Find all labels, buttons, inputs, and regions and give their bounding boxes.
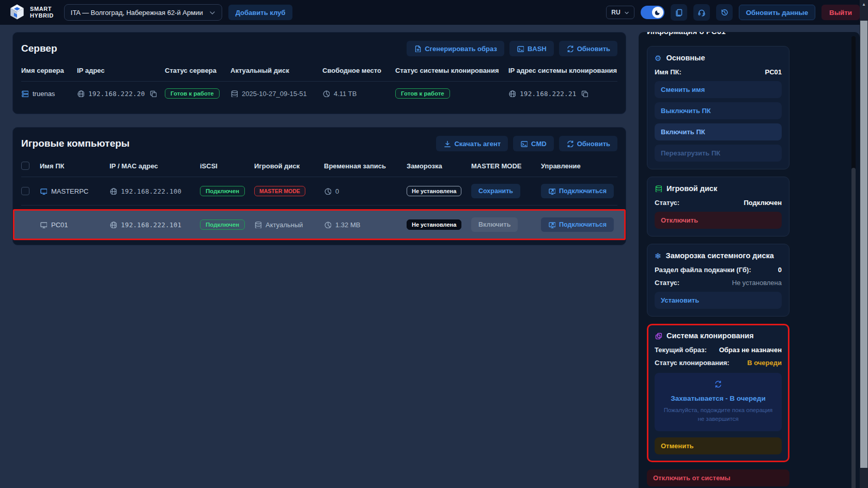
gear-icon: ⚙ bbox=[655, 54, 661, 62]
server-icon bbox=[21, 90, 28, 97]
disconnect-system-button[interactable]: Отключить от системы bbox=[647, 469, 789, 486]
status-label: Статус: bbox=[655, 279, 679, 287]
table-row-pc01-selected[interactable]: PC01 192.168.222.101 Подключен bbox=[13, 209, 626, 240]
dark-mode-toggle[interactable] bbox=[641, 6, 664, 19]
cloning-status-value: В очереди bbox=[747, 359, 782, 367]
copy-icon bbox=[581, 90, 588, 97]
generate-image-button[interactable]: Сгенерировать образ bbox=[407, 41, 504, 56]
download-icon bbox=[443, 140, 451, 147]
row-checkbox[interactable] bbox=[21, 187, 29, 195]
sidebar-scrollbar-thumb[interactable] bbox=[851, 168, 856, 488]
cloning-progress-panel: Захватывается - В очереди Пожалуйста, по… bbox=[655, 373, 782, 431]
cloning-title: Система клонирования bbox=[667, 332, 754, 340]
refresh-spinner-icon bbox=[661, 380, 776, 388]
enable-master-mode-button[interactable]: Включить bbox=[471, 217, 518, 232]
server-refresh-button[interactable]: Обновить bbox=[559, 41, 617, 56]
computers-refresh-button[interactable]: Обновить bbox=[559, 136, 617, 151]
page-scrollbar[interactable]: ▲ bbox=[860, 0, 868, 488]
progress-description: Пожалуйста, подождите пока операция не з… bbox=[661, 406, 776, 423]
clone-ip: 192.168.222.21 bbox=[520, 90, 577, 98]
freeze-badge: Не установлена bbox=[407, 186, 461, 196]
select-all-checkbox[interactable] bbox=[21, 162, 29, 170]
copy-ip-button[interactable] bbox=[149, 90, 157, 97]
free-space-value: 4.11 TB bbox=[334, 90, 357, 98]
club-selector-value: ITA — Волгоград, Набережная 62-й Армии bbox=[71, 9, 203, 17]
club-selector[interactable]: ITA — Волгоград, Набережная 62-й Армии bbox=[64, 4, 222, 21]
game-disk-value: Актуальный bbox=[266, 221, 303, 229]
pc-name-value: PC01 bbox=[765, 68, 782, 76]
sidebar-scrollbar[interactable] bbox=[851, 36, 856, 488]
server-status-badge: Готов к работе bbox=[165, 88, 220, 99]
scroll-up-arrow-icon[interactable]: ▲ bbox=[860, 0, 868, 8]
brand-name: SMART HYBRID bbox=[30, 6, 54, 19]
pie-chart-icon bbox=[322, 90, 330, 97]
brand: SMART HYBRID bbox=[8, 3, 54, 22]
cancel-cloning-button[interactable]: Отменить bbox=[655, 437, 782, 454]
swap-label: Раздел файла подкачки (Гб): bbox=[655, 266, 751, 274]
disk-icon bbox=[655, 185, 662, 192]
iscsi-badge: Подключен bbox=[200, 219, 245, 230]
globe-icon bbox=[77, 90, 84, 97]
logout-button[interactable]: Выйти bbox=[822, 5, 860, 20]
chevron-down-icon bbox=[208, 9, 215, 16]
clone-status-badge: Готов к работе bbox=[395, 88, 450, 99]
freeze-card: ❄ Заморозка системного диска Раздел файл… bbox=[647, 244, 789, 317]
pie-chart-icon bbox=[324, 221, 331, 228]
game-disk-card: Игровой диск Статус: Подключен Отключить bbox=[647, 177, 789, 237]
logo-cube-icon bbox=[8, 3, 26, 22]
documents-button[interactable] bbox=[671, 4, 687, 21]
connect-button[interactable]: Подключиться bbox=[541, 184, 614, 198]
download-agent-button[interactable]: Скачать агент bbox=[436, 136, 508, 151]
server-table-row[interactable]: truenas 192.168.222.20 Готов к работе bbox=[21, 82, 617, 105]
cloning-status-label: Статус клонирования: bbox=[655, 359, 730, 367]
general-title: Основные bbox=[666, 54, 705, 62]
server-card: Сервер Сгенерировать образ bbox=[12, 32, 626, 114]
support-button[interactable] bbox=[693, 4, 710, 21]
snowflake-icon: ❄ bbox=[655, 252, 661, 260]
temp-write-value: 1.32 MB bbox=[335, 221, 360, 229]
monitor-icon bbox=[40, 221, 47, 228]
server-title: Сервер bbox=[21, 43, 57, 54]
topbar: SMART HYBRID ITA — Волгоград, Набережная… bbox=[0, 0, 868, 25]
globe-icon bbox=[508, 90, 516, 97]
bash-button[interactable]: BASH bbox=[509, 41, 554, 56]
headset-icon bbox=[698, 8, 706, 17]
terminal-icon bbox=[517, 45, 524, 52]
terminal-icon bbox=[520, 140, 528, 147]
pc-name-label: Имя ПК: bbox=[655, 68, 681, 76]
chevron-down-icon bbox=[624, 10, 629, 15]
rename-pc-button[interactable]: Сменить имя bbox=[655, 81, 782, 98]
pc-ip: 192.168.222.101 bbox=[121, 221, 181, 229]
game-disk-title: Игровой диск bbox=[667, 184, 717, 193]
documents-icon bbox=[675, 8, 683, 17]
computers-title: Игровые компьютеры bbox=[21, 138, 130, 149]
table-row-masterpc[interactable]: MASTERPC 192.168.222.100 Подключен MASTE… bbox=[21, 177, 617, 206]
save-master-mode-button[interactable]: Сохранить bbox=[471, 184, 520, 198]
cmd-button[interactable]: CMD bbox=[513, 136, 554, 151]
disk-icon bbox=[254, 221, 261, 228]
refresh-icon bbox=[566, 140, 574, 147]
disconnect-disk-button[interactable]: Отключить bbox=[655, 212, 782, 229]
add-club-button[interactable]: Добавить клуб bbox=[228, 5, 293, 20]
connect-button[interactable]: Подключиться bbox=[541, 217, 614, 232]
reboot-pc-button[interactable]: Перезагрузить ПК bbox=[655, 145, 782, 162]
copy-icon bbox=[149, 90, 157, 97]
language-value: RU bbox=[611, 9, 620, 16]
install-freeze-button[interactable]: Установить bbox=[655, 292, 782, 309]
pc-name: PC01 bbox=[51, 221, 68, 229]
shutdown-pc-button[interactable]: Выключить ПК bbox=[655, 102, 782, 119]
history-button[interactable] bbox=[716, 4, 733, 21]
monitor-icon bbox=[40, 187, 47, 195]
refresh-icon bbox=[566, 45, 574, 52]
language-selector[interactable]: RU bbox=[606, 6, 634, 19]
computers-card: Игровые компьютеры Скачать агент CMD bbox=[12, 127, 626, 245]
poweron-pc-button[interactable]: Включить ПК bbox=[655, 123, 782, 140]
panel-title-clipped: Информация о PC01 bbox=[647, 32, 789, 39]
pc-info-panel: Информация о PC01 ⚙ Основные Имя ПК: PC0… bbox=[639, 32, 860, 488]
refresh-data-button[interactable]: Обновить данные bbox=[739, 5, 815, 20]
iscsi-badge: Подключен bbox=[200, 186, 245, 196]
server-name: truenas bbox=[33, 90, 55, 98]
monitor-connect-icon bbox=[548, 187, 555, 195]
page-scrollbar-thumb[interactable] bbox=[860, 21, 867, 468]
copy-ip-button[interactable] bbox=[581, 90, 588, 97]
